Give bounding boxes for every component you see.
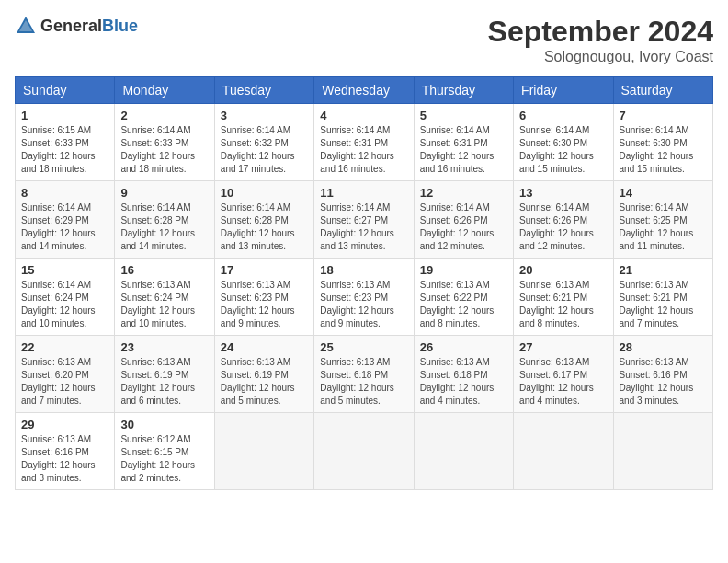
day-info: Sunrise: 6:14 AMSunset: 6:28 PMDaylight:… <box>120 201 208 253</box>
calendar-cell <box>414 413 513 490</box>
day-info: Sunrise: 6:14 AMSunset: 6:28 PMDaylight:… <box>221 201 308 253</box>
calendar-cell: 19Sunrise: 6:13 AMSunset: 6:22 PMDayligh… <box>414 259 513 336</box>
day-info: Sunrise: 6:15 AMSunset: 6:33 PMDaylight:… <box>21 124 108 176</box>
calendar-cell <box>214 413 313 490</box>
column-header-monday: Monday <box>115 77 214 104</box>
day-info: Sunrise: 6:13 AMSunset: 6:18 PMDaylight:… <box>320 356 407 408</box>
calendar-cell: 25Sunrise: 6:13 AMSunset: 6:18 PMDayligh… <box>314 336 414 413</box>
calendar-cell: 24Sunrise: 6:13 AMSunset: 6:19 PMDayligh… <box>214 336 313 413</box>
day-number: 20 <box>519 263 607 277</box>
day-info: Sunrise: 6:13 AMSunset: 6:24 PMDaylight:… <box>120 279 208 330</box>
day-number: 8 <box>21 186 108 200</box>
day-info: Sunrise: 6:13 AMSunset: 6:19 PMDaylight:… <box>120 356 208 408</box>
calendar-cell: 6Sunrise: 6:14 AMSunset: 6:30 PMDaylight… <box>514 104 613 181</box>
title-section: September 2024 Solognougou, Ivory Coast <box>488 15 713 65</box>
calendar-cell: 7Sunrise: 6:14 AMSunset: 6:30 PMDaylight… <box>613 104 712 181</box>
calendar-cell: 15Sunrise: 6:14 AMSunset: 6:24 PMDayligh… <box>16 259 115 336</box>
day-number: 4 <box>320 109 407 122</box>
day-info: Sunrise: 6:14 AMSunset: 6:26 PMDaylight:… <box>420 201 507 253</box>
calendar-header: SundayMondayTuesdayWednesdayThursdayFrid… <box>16 77 713 104</box>
day-info: Sunrise: 6:13 AMSunset: 6:16 PMDaylight:… <box>620 356 707 408</box>
calendar-cell: 3Sunrise: 6:14 AMSunset: 6:32 PMDaylight… <box>214 104 313 181</box>
day-info: Sunrise: 6:14 AMSunset: 6:30 PMDaylight:… <box>519 124 607 176</box>
day-number: 17 <box>221 263 308 277</box>
day-info: Sunrise: 6:14 AMSunset: 6:25 PMDaylight:… <box>620 201 707 253</box>
calendar-row: 8Sunrise: 6:14 AMSunset: 6:29 PMDaylight… <box>16 181 713 259</box>
calendar-cell: 16Sunrise: 6:13 AMSunset: 6:24 PMDayligh… <box>115 259 214 336</box>
calendar-cell: 27Sunrise: 6:13 AMSunset: 6:17 PMDayligh… <box>514 336 613 413</box>
day-info: Sunrise: 6:13 AMSunset: 6:23 PMDaylight:… <box>320 279 407 330</box>
calendar-cell: 21Sunrise: 6:13 AMSunset: 6:21 PMDayligh… <box>613 259 712 336</box>
day-info: Sunrise: 6:13 AMSunset: 6:22 PMDaylight:… <box>420 279 507 330</box>
day-number: 11 <box>320 186 407 200</box>
day-number: 5 <box>420 109 507 122</box>
calendar-cell: 9Sunrise: 6:14 AMSunset: 6:28 PMDaylight… <box>115 181 214 259</box>
column-header-tuesday: Tuesday <box>214 77 313 104</box>
day-info: Sunrise: 6:13 AMSunset: 6:21 PMDaylight:… <box>519 279 607 330</box>
calendar-cell: 22Sunrise: 6:13 AMSunset: 6:20 PMDayligh… <box>16 336 115 413</box>
day-info: Sunrise: 6:14 AMSunset: 6:29 PMDaylight:… <box>21 201 108 253</box>
day-number: 25 <box>320 340 407 354</box>
calendar-cell: 20Sunrise: 6:13 AMSunset: 6:21 PMDayligh… <box>514 259 613 336</box>
calendar-row: 15Sunrise: 6:14 AMSunset: 6:24 PMDayligh… <box>16 259 713 336</box>
day-number: 21 <box>620 263 707 277</box>
day-number: 22 <box>21 340 108 354</box>
day-number: 19 <box>420 263 507 277</box>
day-info: Sunrise: 6:14 AMSunset: 6:32 PMDaylight:… <box>221 124 308 176</box>
day-info: Sunrise: 6:13 AMSunset: 6:23 PMDaylight:… <box>221 279 308 330</box>
calendar-cell: 11Sunrise: 6:14 AMSunset: 6:27 PMDayligh… <box>314 181 414 259</box>
day-number: 29 <box>21 418 108 431</box>
calendar-cell: 18Sunrise: 6:13 AMSunset: 6:23 PMDayligh… <box>314 259 414 336</box>
day-number: 12 <box>420 186 507 200</box>
day-info: Sunrise: 6:14 AMSunset: 6:26 PMDaylight:… <box>519 201 607 253</box>
day-info: Sunrise: 6:14 AMSunset: 6:27 PMDaylight:… <box>320 201 407 253</box>
day-number: 15 <box>21 263 108 277</box>
column-header-wednesday: Wednesday <box>314 77 414 104</box>
calendar-row: 1Sunrise: 6:15 AMSunset: 6:33 PMDaylight… <box>16 104 713 181</box>
logo-blue: Blue <box>102 17 138 35</box>
day-number: 18 <box>320 263 407 277</box>
location: Solognougou, Ivory Coast <box>488 49 713 65</box>
day-number: 13 <box>519 186 607 200</box>
day-number: 14 <box>620 186 707 200</box>
day-info: Sunrise: 6:14 AMSunset: 6:33 PMDaylight:… <box>120 124 208 176</box>
calendar-cell: 17Sunrise: 6:13 AMSunset: 6:23 PMDayligh… <box>214 259 313 336</box>
calendar-cell: 10Sunrise: 6:14 AMSunset: 6:28 PMDayligh… <box>214 181 313 259</box>
day-number: 16 <box>120 263 208 277</box>
calendar-cell: 28Sunrise: 6:13 AMSunset: 6:16 PMDayligh… <box>613 336 712 413</box>
calendar-cell: 23Sunrise: 6:13 AMSunset: 6:19 PMDayligh… <box>115 336 214 413</box>
day-number: 23 <box>120 340 208 354</box>
day-info: Sunrise: 6:14 AMSunset: 6:30 PMDaylight:… <box>620 124 707 176</box>
day-number: 3 <box>221 109 308 122</box>
day-info: Sunrise: 6:14 AMSunset: 6:31 PMDaylight:… <box>320 124 407 176</box>
day-number: 27 <box>519 340 607 354</box>
calendar-row: 22Sunrise: 6:13 AMSunset: 6:20 PMDayligh… <box>16 336 713 413</box>
column-header-friday: Friday <box>514 77 613 104</box>
header: GeneralBlue September 2024 Solognougou, … <box>15 15 713 65</box>
calendar-table: SundayMondayTuesdayWednesdayThursdayFrid… <box>15 76 713 490</box>
day-number: 26 <box>420 340 507 354</box>
logo-text: GeneralBlue <box>40 17 138 35</box>
calendar-cell: 5Sunrise: 6:14 AMSunset: 6:31 PMDaylight… <box>414 104 513 181</box>
calendar-cell: 8Sunrise: 6:14 AMSunset: 6:29 PMDaylight… <box>16 181 115 259</box>
day-number: 30 <box>120 418 208 431</box>
calendar-cell <box>314 413 414 490</box>
calendar-cell <box>514 413 613 490</box>
calendar-cell: 12Sunrise: 6:14 AMSunset: 6:26 PMDayligh… <box>414 181 513 259</box>
column-header-thursday: Thursday <box>414 77 513 104</box>
logo-general: General <box>40 17 102 35</box>
calendar-cell: 26Sunrise: 6:13 AMSunset: 6:18 PMDayligh… <box>414 336 513 413</box>
day-info: Sunrise: 6:13 AMSunset: 6:21 PMDaylight:… <box>620 279 707 330</box>
day-number: 9 <box>120 186 208 200</box>
column-header-sunday: Sunday <box>16 77 115 104</box>
calendar-cell <box>613 413 712 490</box>
day-number: 28 <box>620 340 707 354</box>
day-info: Sunrise: 6:13 AMSunset: 6:18 PMDaylight:… <box>420 356 507 408</box>
logo-icon <box>15 15 37 37</box>
day-info: Sunrise: 6:13 AMSunset: 6:19 PMDaylight:… <box>221 356 308 408</box>
calendar-cell: 4Sunrise: 6:14 AMSunset: 6:31 PMDaylight… <box>314 104 414 181</box>
calendar-cell: 1Sunrise: 6:15 AMSunset: 6:33 PMDaylight… <box>16 104 115 181</box>
calendar-cell: 13Sunrise: 6:14 AMSunset: 6:26 PMDayligh… <box>514 181 613 259</box>
calendar-cell: 29Sunrise: 6:13 AMSunset: 6:16 PMDayligh… <box>16 413 115 490</box>
day-info: Sunrise: 6:12 AMSunset: 6:15 PMDaylight:… <box>120 433 208 485</box>
